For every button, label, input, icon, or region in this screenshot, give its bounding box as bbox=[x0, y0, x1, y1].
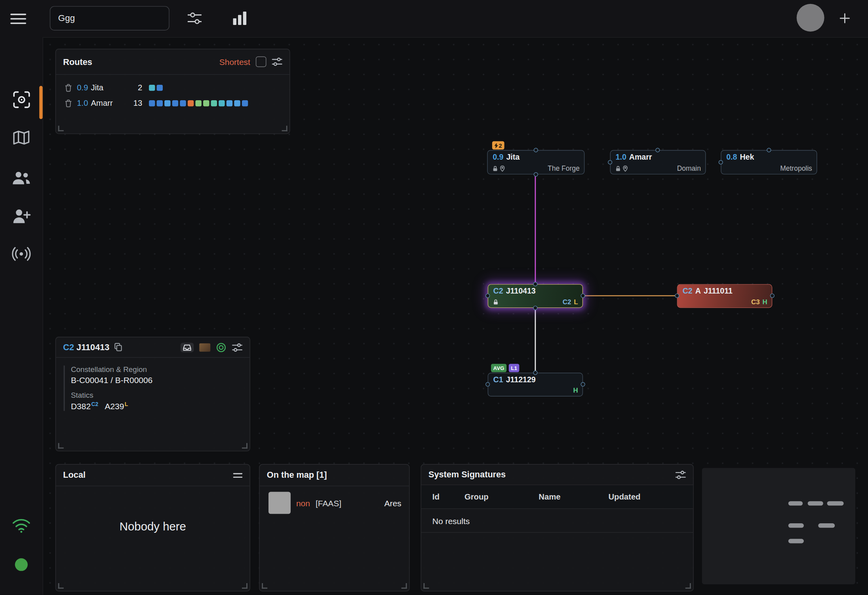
skeleton-bar bbox=[788, 501, 803, 505]
lock-icon bbox=[493, 299, 499, 305]
connector-dot[interactable] bbox=[485, 382, 490, 387]
resize-handle[interactable] bbox=[282, 126, 287, 131]
resize-handle[interactable] bbox=[685, 583, 691, 589]
route-destination[interactable]: Amarr bbox=[91, 99, 113, 107]
resize-handle[interactable] bbox=[242, 443, 247, 448]
map-node-j111011[interactable]: C2 A J111011 C3 H bbox=[677, 284, 772, 308]
delete-route-icon[interactable] bbox=[65, 83, 74, 92]
region-label: The Forge bbox=[548, 164, 580, 172]
tray-icon[interactable] bbox=[181, 343, 194, 352]
target-icon[interactable] bbox=[216, 342, 227, 353]
statics-value: D382C2 A239L bbox=[71, 401, 242, 411]
route-destination[interactable]: Jita bbox=[91, 83, 104, 92]
map-node-j112129[interactable]: AVG L1 C1 J112129 H bbox=[488, 373, 583, 397]
bolt-icon bbox=[494, 143, 498, 148]
map-node-hek[interactable]: 0.8 Hek Metropolis bbox=[721, 150, 817, 175]
routes-settings-icon[interactable] bbox=[272, 57, 282, 67]
avatar[interactable] bbox=[797, 4, 824, 32]
map-icon bbox=[12, 129, 30, 146]
pilot-row[interactable]: non [FAAS] Ares bbox=[260, 486, 409, 514]
sidebar-item-follow[interactable] bbox=[0, 208, 43, 224]
connector-dot[interactable] bbox=[767, 148, 771, 152]
connector-dot[interactable] bbox=[675, 294, 679, 298]
connection-j110413-j112129[interactable] bbox=[535, 308, 536, 373]
connector-dot[interactable] bbox=[608, 160, 612, 164]
menu-icon[interactable] bbox=[10, 12, 27, 26]
connection-status bbox=[0, 518, 43, 533]
resize-handle[interactable] bbox=[58, 583, 64, 589]
map-name-input[interactable] bbox=[50, 6, 169, 31]
connection-j110413-j111011[interactable] bbox=[583, 295, 677, 296]
security-status: 0.8 bbox=[726, 152, 737, 162]
system-info-panel: C2 J110413 Constellation & Region B-C000… bbox=[55, 337, 250, 451]
connector-dot[interactable] bbox=[655, 148, 660, 152]
resize-handle[interactable] bbox=[58, 443, 64, 448]
resize-handle[interactable] bbox=[423, 583, 429, 589]
connector-dot[interactable] bbox=[719, 160, 723, 164]
app-root: 2 0.9 Jita The Forge 1.0 Amarr Domai bbox=[0, 0, 868, 595]
focus-icon bbox=[11, 90, 31, 109]
sidebar-item-tracking[interactable] bbox=[0, 90, 43, 109]
resize-handle[interactable] bbox=[402, 583, 407, 589]
connector-dot[interactable] bbox=[581, 382, 585, 387]
route-segments bbox=[149, 84, 163, 90]
connector-dot[interactable] bbox=[533, 306, 537, 310]
top-bar bbox=[0, 0, 868, 38]
signatures-empty-text: No results bbox=[421, 509, 693, 533]
add-icon[interactable] bbox=[837, 11, 853, 26]
connector-dot[interactable] bbox=[581, 294, 585, 298]
resize-handle[interactable] bbox=[58, 126, 64, 131]
delete-route-icon[interactable] bbox=[65, 99, 74, 107]
info-settings-icon[interactable] bbox=[232, 343, 243, 352]
sidebar-item-characters[interactable] bbox=[0, 170, 43, 186]
system-name: Amarr bbox=[629, 152, 652, 162]
wormhole-class: C2 bbox=[683, 286, 693, 296]
connector-dot[interactable] bbox=[533, 370, 537, 375]
column-name[interactable]: Name bbox=[539, 492, 608, 501]
online-status-dot bbox=[0, 558, 43, 571]
connector-dot[interactable] bbox=[534, 172, 538, 177]
system-name: J111011 bbox=[704, 286, 733, 296]
resize-handle[interactable] bbox=[262, 583, 267, 589]
routes-mode-checkbox[interactable] bbox=[256, 57, 266, 67]
signatures-table-header: Id Group Name Updated bbox=[421, 485, 693, 509]
column-updated[interactable]: Updated bbox=[608, 492, 693, 501]
system-name: Jita bbox=[506, 152, 520, 162]
column-group[interactable]: Group bbox=[464, 492, 539, 501]
connector-dot[interactable] bbox=[534, 148, 538, 152]
copy-icon[interactable] bbox=[114, 343, 122, 351]
routes-mode-label[interactable]: Shortest bbox=[219, 57, 250, 67]
connector-dot[interactable] bbox=[485, 294, 490, 298]
route-security: 1.0 bbox=[77, 99, 88, 107]
loading-widget bbox=[702, 468, 855, 584]
static-sec: H bbox=[573, 387, 578, 395]
static-class: C3 bbox=[751, 298, 760, 306]
users-icon bbox=[11, 170, 31, 186]
connector-dot[interactable] bbox=[770, 294, 775, 298]
signatures-settings-icon[interactable] bbox=[676, 470, 686, 479]
system-thumbnail[interactable] bbox=[199, 343, 210, 351]
stats-icon[interactable] bbox=[231, 10, 248, 27]
resize-handle[interactable] bbox=[242, 583, 247, 589]
local-menu-icon[interactable] bbox=[233, 471, 243, 479]
constellation-region-value: B-C00041 / B-R00006 bbox=[71, 376, 242, 385]
sidebar-item-map[interactable] bbox=[0, 129, 43, 146]
column-id[interactable]: Id bbox=[432, 492, 464, 501]
security-status: 1.0 bbox=[616, 152, 626, 162]
map-node-j110413[interactable]: C2 J110413 C2 L bbox=[488, 284, 583, 308]
wormhole-class: C2 bbox=[493, 286, 503, 296]
connection-jita-j110413[interactable] bbox=[535, 174, 536, 284]
map-node-jita[interactable]: 2 0.9 Jita The Forge bbox=[487, 150, 584, 175]
route-row-amarr[interactable]: 1.0 Amarr 13 bbox=[56, 95, 289, 111]
route-segments bbox=[149, 100, 248, 106]
region-label: Domain bbox=[677, 164, 701, 172]
signatures-panel: System Signatures Id Group Name Updated … bbox=[421, 464, 693, 592]
map-node-amarr[interactable]: 1.0 Amarr Domain bbox=[610, 150, 706, 175]
sidebar-item-signals[interactable] bbox=[0, 246, 43, 261]
route-security: 0.9 bbox=[77, 83, 88, 92]
on-map-title: On the map [1] bbox=[267, 470, 327, 480]
route-row-jita[interactable]: 0.9 Jita 2 bbox=[56, 80, 289, 95]
filter-icon[interactable] bbox=[187, 11, 202, 25]
connector-dot[interactable] bbox=[533, 282, 537, 286]
route-jump-count: 13 bbox=[126, 99, 142, 107]
